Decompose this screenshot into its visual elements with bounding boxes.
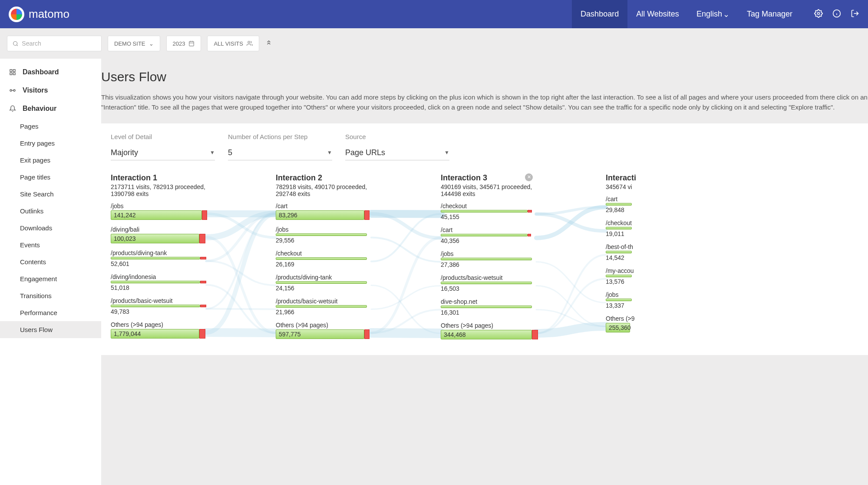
- flow-node[interactable]: /diving/bali100,023: [111, 226, 206, 243]
- flow-node[interactable]: /products/diving-tank24,156: [276, 274, 371, 292]
- close-column-icon[interactable]: ✕: [525, 173, 533, 181]
- flow-node[interactable]: Others (>9255,360: [606, 315, 701, 332]
- flow-node[interactable]: /products/basic-wetsuit49,783: [111, 297, 206, 315]
- flow-node[interactable]: /checkout45,155: [441, 203, 536, 220]
- flow-node[interactable]: /products/basic-wetsuit16,503: [441, 274, 536, 292]
- source-dropdown[interactable]: Page URLs ▼: [345, 146, 449, 160]
- sidebar-item-dashboard[interactable]: Dashboard: [0, 63, 101, 81]
- bell-icon: [9, 105, 17, 112]
- node-exit-bar: [528, 234, 531, 236]
- date-selector[interactable]: 2023: [166, 36, 201, 51]
- sidebar-sub-exit-pages[interactable]: Exit pages: [0, 152, 101, 169]
- sidebar-sub-page-titles[interactable]: Page titles: [0, 169, 101, 186]
- node-value: 40,356: [441, 237, 536, 244]
- sidebar-item-behaviour[interactable]: Behaviour: [0, 100, 101, 118]
- node-value: 14,542: [606, 254, 701, 261]
- users-icon: [247, 40, 253, 47]
- info-icon[interactable]: [832, 9, 841, 20]
- sidebar-sub-downloads[interactable]: Downloads: [0, 219, 101, 236]
- column-title[interactable]: Interaction 3: [441, 173, 536, 183]
- detail-label: Level of Detail: [111, 133, 215, 140]
- column-title[interactable]: Interaction 2: [276, 173, 371, 183]
- flow-node[interactable]: /jobs141,242: [111, 203, 206, 220]
- node-value: 19,011: [606, 230, 701, 237]
- nav-tag-manager[interactable]: Tag Manager: [738, 0, 801, 28]
- flow-node[interactable]: /jobs13,337: [606, 291, 701, 309]
- actions-dropdown[interactable]: 5 ▼: [228, 146, 332, 160]
- logo[interactable]: matomo: [9, 7, 69, 22]
- flow-node[interactable]: /my-accou13,576: [606, 267, 701, 285]
- flow-column: Interaction 2782918 visits, 490170 proce…: [276, 173, 371, 345]
- node-proceed-bar: [441, 258, 532, 260]
- dashboard-icon: [9, 69, 17, 76]
- node-label: Others (>9: [606, 315, 701, 322]
- sidebar-sub-engagement[interactable]: Engagement: [0, 270, 101, 287]
- node-label: /diving/bali: [111, 226, 206, 233]
- node-proceed-bar: [111, 281, 200, 283]
- sidebar-sub-contents[interactable]: Contents: [0, 253, 101, 270]
- node-exit-bar: [532, 330, 538, 339]
- flow-node[interactable]: dive-shop.net16,301: [441, 298, 536, 316]
- segment-selector[interactable]: ALL VISITS: [207, 36, 259, 51]
- flow-node[interactable]: /jobs29,556: [276, 226, 371, 244]
- flow-node[interactable]: Others (>94 pages)344,468: [441, 322, 536, 339]
- flow-node[interactable]: /products/diving-tank52,601: [111, 249, 206, 267]
- sidebar-sub-performance[interactable]: Performance: [0, 304, 101, 321]
- flow-node[interactable]: /cart29,848: [606, 196, 701, 213]
- node-label: /my-accou: [606, 267, 701, 274]
- node-label: /diving/indonesia: [111, 273, 206, 280]
- node-proceed-bar: [606, 275, 632, 277]
- node-exit-bar: [202, 210, 207, 220]
- node-label: /products/basic-wetsuit: [111, 297, 206, 304]
- gear-icon[interactable]: [814, 9, 823, 20]
- node-proceed-bar: [276, 281, 367, 284]
- flow-node[interactable]: /checkout26,169: [276, 250, 371, 268]
- node-exit-bar: [200, 257, 206, 259]
- column-stats: 490169 visits, 345671 proceeded, 144498 …: [441, 183, 536, 197]
- node-label: /cart: [441, 226, 536, 233]
- site-selector[interactable]: DEMO SITE ⌄: [108, 36, 160, 51]
- svg-rect-13: [13, 70, 15, 72]
- flow-node[interactable]: /products/basic-wetsuit21,966: [276, 298, 371, 316]
- flow-node[interactable]: /checkout19,011: [606, 219, 701, 237]
- node-proceed-bar: [606, 203, 632, 206]
- sidebar-sub-pages[interactable]: Pages: [0, 118, 101, 135]
- node-label: /cart: [276, 203, 371, 209]
- node-label: /products/basic-wetsuit: [276, 298, 371, 305]
- sidebar-sub-entry-pages[interactable]: Entry pages: [0, 135, 101, 152]
- flow-node[interactable]: Others (>94 pages)597,775: [276, 322, 371, 339]
- search-field[interactable]: [22, 40, 96, 47]
- nav-dashboard[interactable]: Dashboard: [572, 0, 627, 28]
- flow-column: Interacti345674 vi/cart29,848/checkout19…: [606, 173, 701, 345]
- node-proceed-bar: [441, 210, 528, 213]
- svg-rect-15: [10, 73, 12, 75]
- column-title[interactable]: Interaction 1: [111, 173, 206, 183]
- flow-node[interactable]: /jobs27,386: [441, 250, 536, 268]
- column-title[interactable]: Interacti: [606, 173, 701, 183]
- logout-icon[interactable]: [851, 9, 859, 20]
- sidebar-sub-events[interactable]: Events: [0, 236, 101, 253]
- nav-all-websites[interactable]: All Websites: [627, 0, 688, 28]
- node-value: 26,169: [276, 261, 371, 268]
- flow-node[interactable]: /cart83,296: [276, 203, 371, 220]
- detail-dropdown[interactable]: Majority ▼: [111, 146, 215, 160]
- svg-point-17: [13, 90, 15, 91]
- sidebar-sub-site-search[interactable]: Site Search: [0, 186, 101, 203]
- actions-label: Number of Actions per Step: [228, 133, 332, 140]
- flow-column: Interaction 3490169 visits, 345671 proce…: [441, 173, 536, 345]
- flow-node[interactable]: Others (>94 pages)1,779,044: [111, 321, 206, 339]
- sidebar-sub-users-flow[interactable]: Users Flow: [0, 321, 101, 338]
- expand-icon[interactable]: [265, 39, 272, 48]
- nav-language[interactable]: English⌄: [688, 0, 738, 28]
- flow-node[interactable]: /diving/indonesia51,018: [111, 273, 206, 291]
- sidebar-item-visitors[interactable]: Visitors: [0, 81, 101, 100]
- svg-point-11: [248, 41, 250, 43]
- sidebar-sub-outlinks[interactable]: Outlinks: [0, 203, 101, 219]
- search-input[interactable]: [7, 36, 102, 51]
- sidebar-item-label: Behaviour: [23, 105, 56, 113]
- node-value: 29,556: [276, 237, 371, 244]
- flow-node[interactable]: /best-of-th14,542: [606, 243, 701, 261]
- flow-node[interactable]: /cart40,356: [441, 226, 536, 244]
- sidebar-sub-transitions[interactable]: Transitions: [0, 287, 101, 304]
- node-value: 21,966: [276, 309, 371, 316]
